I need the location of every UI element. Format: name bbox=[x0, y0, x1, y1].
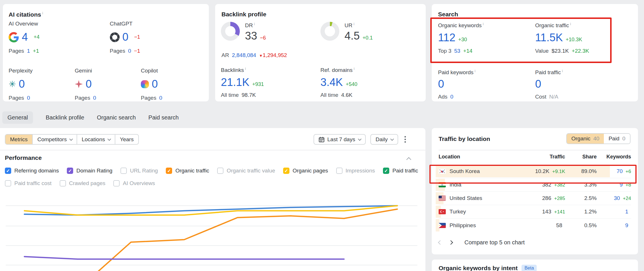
checkbox-icon bbox=[166, 168, 172, 174]
tab-general[interactable]: General bbox=[2, 111, 33, 124]
info-icon[interactable]: i bbox=[42, 11, 43, 15]
dr-gauge bbox=[221, 22, 240, 41]
table-row-india[interactable]: India 382+382 3.3% 9+8 bbox=[439, 178, 631, 192]
metric-paid-traffic-cost[interactable]: Paid traffic cost bbox=[5, 180, 52, 186]
metric-organic-pages[interactable]: Organic pages bbox=[283, 168, 328, 174]
chevron-down-icon bbox=[358, 137, 362, 141]
perplexity-value: 0 bbox=[19, 78, 25, 90]
traffic-by-location-title: Traffic by location bbox=[439, 136, 490, 142]
traffic-table: South Korea 10.2K+9.1K 89.0% 70+6 India … bbox=[439, 165, 631, 232]
top3-row: Top 353+14 bbox=[438, 48, 535, 54]
chevron-down-icon bbox=[108, 137, 111, 141]
flag-turkey-icon bbox=[439, 209, 446, 214]
ai-overview-block: AI Overview 4 +4 Pages1+1 bbox=[9, 21, 110, 54]
chatgpt-pages: Pages0−1 bbox=[110, 48, 203, 54]
checkbox-icon bbox=[383, 168, 389, 174]
toggle-paid[interactable]: Paid0 bbox=[604, 134, 630, 144]
report-tabs: General Backlink profile Organic search … bbox=[2, 111, 179, 124]
ur-delta: +0.1 bbox=[363, 35, 373, 41]
backlinks-value: 21.1K bbox=[221, 76, 249, 88]
ref-domains-block: Ref. domainsi 3.4K+540 All time4.6K bbox=[320, 66, 420, 98]
gemini-icon bbox=[75, 80, 83, 88]
info-icon[interactable]: i bbox=[483, 22, 484, 26]
metric-referring-domains[interactable]: Referring domains bbox=[5, 168, 59, 174]
checkbox-icon bbox=[120, 168, 127, 174]
organic-keywords-value: 112 bbox=[438, 32, 456, 44]
organic-traffic-value: 11.5K bbox=[535, 32, 563, 44]
kebab-menu-icon[interactable] bbox=[403, 134, 408, 144]
metric-checkbox-row-1: Referring domains Domain Rating URL Rati… bbox=[5, 168, 418, 174]
ai-overview-label: AI Overview bbox=[9, 21, 110, 27]
toggle-organic[interactable]: Organic40 bbox=[567, 134, 604, 144]
info-icon[interactable]: i bbox=[570, 22, 571, 26]
paid-keywords-block: Paid keywordsi 0 Ads0 bbox=[438, 69, 535, 100]
table-row-south-korea[interactable]: South Korea 10.2K+9.1K 89.0% 70+6 bbox=[439, 165, 631, 178]
compare-top5-link[interactable]: Compare top 5 on chart bbox=[464, 239, 525, 246]
ur-gauge bbox=[320, 22, 339, 41]
table-row-philippines[interactable]: Philippines 58 0.5% 9 bbox=[439, 219, 631, 232]
checkbox-icon bbox=[336, 168, 343, 174]
ref-domains-label: Ref. domainsi bbox=[320, 66, 420, 73]
flag-united-states-icon bbox=[439, 196, 446, 201]
info-icon[interactable]: i bbox=[475, 69, 476, 73]
granularity-button[interactable]: Daily bbox=[370, 134, 398, 145]
page-next-icon[interactable] bbox=[449, 240, 453, 245]
locations-filter-button[interactable]: Locations bbox=[77, 135, 115, 144]
chatgpt-icon bbox=[110, 32, 120, 42]
cost-row: CostN/A bbox=[535, 94, 633, 100]
copilot-icon bbox=[141, 80, 149, 88]
performance-title: Performance bbox=[5, 154, 42, 161]
date-range-button[interactable]: Last 7 days bbox=[314, 134, 366, 145]
copilot-block: Copilot 0 Pages0 bbox=[141, 68, 203, 101]
metric-domain-rating[interactable]: Domain Rating bbox=[67, 168, 112, 174]
chevron-down-icon bbox=[390, 137, 394, 141]
divider bbox=[439, 150, 631, 150]
tab-backlink-profile[interactable]: Backlink profile bbox=[46, 111, 84, 124]
copilot-label: Copilot bbox=[141, 68, 203, 74]
traffic-table-header: Location Traffic Share Keywords bbox=[439, 154, 631, 160]
metric-ai-overviews[interactable]: AI Overviews bbox=[113, 180, 155, 186]
metric-organic-traffic-value[interactable]: Organic traffic value bbox=[217, 168, 275, 174]
collapse-chevron-icon[interactable] bbox=[406, 157, 411, 162]
google-icon bbox=[9, 32, 19, 42]
backlinks-delta: +931 bbox=[252, 81, 264, 87]
paid-traffic-block: Paid traffici 0 CostN/A bbox=[535, 69, 633, 100]
tab-paid-search[interactable]: Paid search bbox=[148, 111, 179, 124]
page-prev-icon[interactable] bbox=[438, 240, 443, 245]
info-icon[interactable]: i bbox=[354, 66, 355, 71]
checkbox-icon bbox=[60, 180, 66, 186]
table-row-united-states[interactable]: United States 286+285 2.5% 30+24 bbox=[439, 192, 631, 205]
copilot-value: 0 bbox=[152, 78, 158, 90]
metric-url-rating[interactable]: URL Rating bbox=[120, 168, 158, 174]
metric-crawled-pages[interactable]: Crawled pages bbox=[60, 180, 106, 186]
performance-panel: Metrics Competitors Locations Years Last… bbox=[0, 128, 425, 271]
metric-paid-traffic[interactable]: Paid traffic bbox=[383, 168, 418, 174]
search-title: Search bbox=[438, 11, 458, 18]
traffic-by-location-card: Traffic by location Organic40 Paid0 Loca… bbox=[432, 128, 638, 254]
ar-value: 2,848,084 bbox=[232, 52, 256, 58]
checkbox-icon bbox=[67, 168, 73, 174]
years-filter-button[interactable]: Years bbox=[115, 135, 138, 144]
info-icon[interactable]: i bbox=[245, 66, 246, 71]
perplexity-block: Perplexity ✳ 0 Pages0 bbox=[9, 68, 75, 101]
metric-impressions[interactable]: Impressions bbox=[336, 168, 375, 174]
competitors-filter-button[interactable]: Competitors bbox=[32, 135, 76, 144]
dr-value: 33 bbox=[245, 30, 257, 42]
table-row-turkey[interactable]: Turkey 143+141 1.2% 1 bbox=[439, 205, 631, 219]
chatgpt-block: ChatGPT 0 −1 Pages0−1 bbox=[110, 21, 203, 54]
gemini-value: 0 bbox=[86, 78, 92, 90]
ar-row: AR2,848,084▼1,294,952 bbox=[221, 52, 287, 58]
organic-keywords-block: Organic keywordsi 112+30 Top 353+14 bbox=[438, 22, 535, 54]
organic-traffic-block: Organic traffici 11.5K+10.3K Value$23.1K… bbox=[535, 22, 633, 54]
ref-domains-delta: +540 bbox=[346, 81, 357, 87]
flag-philippines-icon bbox=[439, 223, 446, 228]
info-icon[interactable]: i bbox=[254, 22, 255, 26]
info-icon[interactable]: i bbox=[353, 22, 354, 26]
ai-overview-pages: Pages1+1 bbox=[9, 48, 110, 54]
metric-organic-traffic[interactable]: Organic traffic bbox=[166, 168, 209, 174]
info-icon[interactable]: i bbox=[562, 69, 563, 73]
organic-traffic-delta: +10.3K bbox=[566, 37, 582, 42]
paid-traffic-value: 0 bbox=[535, 78, 541, 90]
metrics-filter-button[interactable]: Metrics bbox=[5, 135, 32, 144]
tab-organic-search[interactable]: Organic search bbox=[97, 111, 136, 124]
